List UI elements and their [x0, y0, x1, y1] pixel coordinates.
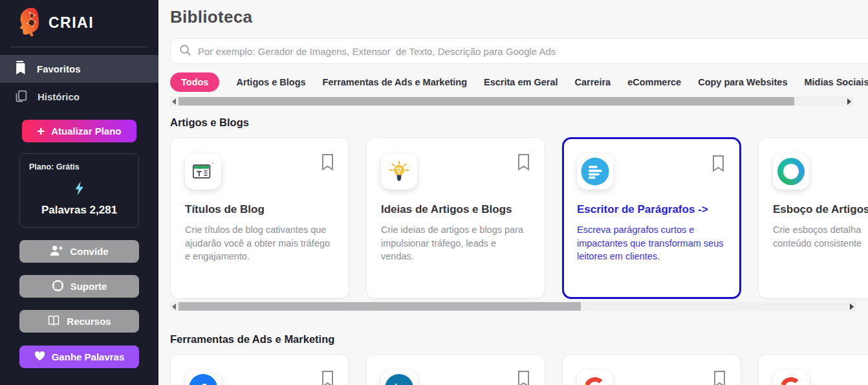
criai-logo-icon	[17, 6, 40, 39]
bookmark-icon	[14, 61, 27, 77]
support-label: Suporte	[71, 281, 107, 292]
scrollbar-thumb[interactable]	[179, 97, 794, 105]
sidebar-divider	[10, 47, 148, 47]
tool-card-description: Crie esboços detalha conteúdo consistent…	[773, 223, 868, 250]
support-icon	[52, 280, 64, 294]
cards-row-ads-marketing: f in	[170, 354, 868, 385]
earn-words-label: Ganhe Palavras	[52, 351, 125, 362]
tool-card-title: Ideias de Artigos e Blogs	[381, 203, 530, 216]
horizontal-scrollbar[interactable]	[170, 96, 854, 106]
outline-ring-icon	[773, 153, 809, 190]
tab-midias-sociais[interactable]: Midias Sociais	[805, 77, 868, 87]
sidebar: CRIAI Favoritos Histórico + Atualiz	[0, 0, 158, 385]
bookmark-icon[interactable]	[517, 153, 530, 173]
sidebar-item-historico[interactable]: Histórico	[0, 83, 158, 111]
tab-escrita-em-geral[interactable]: Escrita em Geral	[484, 77, 558, 87]
support-button[interactable]: Suporte	[19, 275, 139, 298]
history-icon	[14, 89, 28, 105]
tool-card-facebook-ads[interactable]: f	[170, 354, 349, 385]
google-icon	[577, 370, 613, 385]
scrollbar-thumb[interactable]	[179, 302, 581, 311]
plan-name: Plano: Grátis	[29, 162, 129, 171]
page-title: Biblioteca	[170, 7, 252, 27]
section-title: Ferramentas de Ads e Marketing	[170, 333, 868, 346]
google-icon	[773, 370, 809, 385]
resources-icon	[47, 314, 60, 328]
tab-carreira[interactable]: Carreira	[575, 77, 611, 87]
bookmark-icon[interactable]	[517, 370, 530, 385]
scroll-left-arrow[interactable]	[172, 98, 176, 105]
tool-card-esboco-de-artigos[interactable]: Esboço de Artigos Crie esboços detalha c…	[758, 137, 868, 299]
heart-icon	[34, 351, 45, 363]
paragraph-icon	[577, 153, 613, 190]
cards-row-artigos: Títulos de Blog Crie títulos de blog cat…	[170, 137, 868, 299]
tool-card-titulos-de-blog[interactable]: Títulos de Blog Crie títulos de blog cat…	[170, 137, 349, 299]
tool-card-description: Crie ideias de artigos e blogs para impu…	[381, 223, 530, 263]
tool-card-google-ads-2[interactable]	[758, 354, 868, 385]
tab-copy-para-websites[interactable]: Copy para Websites	[698, 77, 787, 87]
upgrade-plan-label: Atualizar Plano	[51, 126, 121, 137]
sidebar-nav: Favoritos Histórico	[0, 55, 158, 111]
bolt-icon	[29, 181, 129, 196]
invite-button[interactable]: Convide	[19, 240, 139, 263]
bookmark-icon[interactable]	[321, 153, 334, 173]
invite-label: Convide	[70, 246, 108, 257]
sidebar-item-label: Favoritos	[37, 63, 81, 74]
words-counter: Palavras 2,281	[29, 204, 129, 217]
plus-icon: +	[37, 125, 45, 138]
tool-card-description: Crie títulos de blog cativantes que ajud…	[185, 223, 334, 263]
earn-words-button[interactable]: Ganhe Palavras	[19, 346, 139, 368]
search-icon	[179, 44, 191, 59]
header: Biblioteca Fabi f	[170, 4, 868, 30]
bookmark-icon[interactable]	[711, 155, 725, 175]
tool-card-description: Escreva parágrafos curtos e impactantes …	[577, 223, 726, 263]
main-content: Biblioteca Fabi f Todos Artigos e Blogs …	[158, 0, 868, 385]
tab-ferramentas-de-ads[interactable]: Ferramentas de Ads e Marketing	[323, 77, 467, 87]
tab-todos[interactable]: Todos	[170, 72, 219, 92]
bookmark-icon[interactable]	[713, 370, 726, 385]
brand-name: CRIAI	[49, 14, 94, 32]
search-bar[interactable]	[170, 38, 868, 64]
section-title: Artigos e Blogs	[170, 116, 868, 129]
tool-card-google-ads[interactable]	[562, 354, 741, 385]
facebook-icon: f	[185, 370, 221, 385]
blog-titles-icon	[185, 153, 221, 190]
tab-ecommerce[interactable]: eCommerce	[627, 77, 681, 87]
plan-card: Plano: Grátis Palavras 2,281	[19, 153, 139, 228]
scroll-right-arrow[interactable]	[847, 98, 851, 105]
tool-card-ideias-de-artigos[interactable]: Ideias de Artigos e Blogs Crie ideias de…	[366, 137, 545, 299]
category-tabs: Todos Artigos e Blogs Ferramentas de Ads…	[170, 72, 868, 92]
tool-card-linkedin-ads[interactable]: in	[366, 354, 545, 385]
lightbulb-icon	[381, 153, 417, 190]
scroll-left-arrow[interactable]	[172, 303, 176, 310]
upgrade-plan-button[interactable]: + Atualizar Plano	[22, 120, 136, 142]
tool-card-title: Títulos de Blog	[185, 203, 334, 216]
tool-card-escritor-de-paragrafos[interactable]: Escritor de Parágrafos -> Escreva parágr…	[562, 137, 741, 299]
sidebar-item-label: Histórico	[38, 91, 80, 102]
search-input[interactable]	[198, 46, 868, 57]
linkedin-icon: in	[381, 370, 417, 385]
tool-card-title: Escritor de Parágrafos ->	[577, 203, 726, 216]
bookmark-icon[interactable]	[321, 370, 334, 385]
resources-label: Recursos	[67, 316, 111, 327]
sidebar-item-favoritos[interactable]: Favoritos	[0, 55, 158, 83]
resources-button[interactable]: Recursos	[19, 310, 139, 333]
tool-card-title: Esboço de Artigos	[773, 203, 868, 216]
logo-row[interactable]: CRIAI	[0, 0, 158, 45]
tab-artigos-e-blogs[interactable]: Artigos e Blogs	[236, 77, 305, 87]
horizontal-scrollbar[interactable]	[170, 302, 856, 311]
scroll-right-arrow[interactable]	[850, 303, 854, 310]
invite-icon	[50, 245, 63, 258]
